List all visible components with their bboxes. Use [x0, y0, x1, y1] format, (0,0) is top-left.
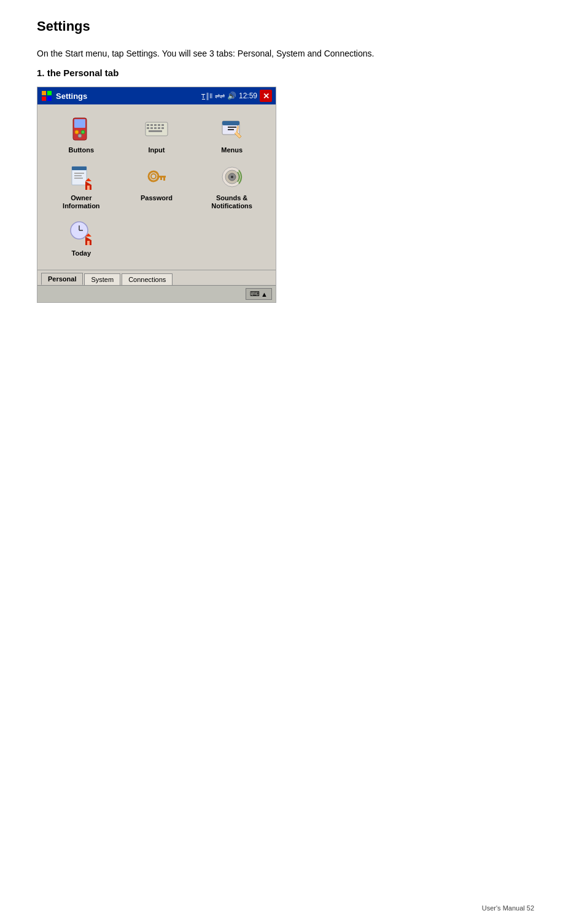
title-bar-icons: T̲║ll ⇌⇌ 🔊 12:59 ✕ [201, 90, 272, 102]
svg-rect-31 [87, 186, 90, 190]
keyboard-arrow: ▲ [261, 291, 268, 298]
owner-label: Owner Information [63, 194, 100, 210]
close-button[interactable]: ✕ [260, 90, 272, 102]
svg-rect-11 [150, 124, 153, 126]
input-label: Input [149, 146, 165, 154]
today-label: Today [72, 249, 91, 257]
menus-label: Menus [221, 146, 243, 154]
password-icon [142, 162, 171, 192]
password-item[interactable]: Password [119, 162, 195, 210]
device-screenshot: Settings T̲║ll ⇌⇌ 🔊 12:59 ✕ [37, 87, 276, 303]
title-bar-left: Settings [41, 90, 87, 101]
svg-rect-3 [47, 96, 52, 101]
menus-item[interactable]: Menus [194, 114, 270, 154]
page-container: Settings On the Start menu, tap Settings… [0, 0, 571, 924]
svg-rect-12 [154, 124, 157, 126]
svg-rect-0 [42, 91, 46, 95]
svg-rect-24 [228, 129, 234, 130]
today-item[interactable]: Today [44, 217, 119, 257]
svg-point-34 [151, 174, 156, 179]
input-icon [142, 114, 171, 144]
svg-point-8 [78, 134, 82, 138]
svg-rect-18 [158, 127, 160, 129]
svg-rect-14 [161, 124, 164, 126]
page-title: Settings [37, 18, 534, 34]
svg-rect-26 [72, 166, 87, 170]
volume-icon: 🔊 [227, 92, 236, 100]
time-display: 12:59 [239, 92, 257, 100]
keyboard-button[interactable]: ⌨ ▲ [246, 288, 272, 300]
svg-rect-17 [154, 127, 157, 129]
tab-connections[interactable]: Connections [122, 273, 173, 285]
owner-item[interactable]: Owner Information [44, 162, 119, 210]
tabs-bar: Personal System Connections [37, 270, 276, 285]
svg-rect-22 [222, 121, 239, 125]
close-icon: ✕ [263, 92, 270, 101]
svg-point-33 [149, 171, 158, 181]
intro-text: On the Start menu, tap Settings. You wil… [37, 47, 534, 60]
svg-rect-23 [228, 127, 236, 128]
svg-rect-2 [42, 96, 46, 101]
today-icon [66, 217, 96, 247]
svg-rect-1 [47, 91, 52, 95]
svg-rect-37 [160, 178, 162, 180]
svg-rect-19 [161, 127, 164, 129]
buttons-icon [66, 114, 96, 144]
input-item[interactable]: Input [119, 114, 195, 154]
svg-rect-35 [157, 176, 166, 178]
password-label: Password [141, 194, 173, 202]
footer-text: User's Manual 52 [482, 904, 534, 912]
svg-rect-13 [158, 124, 160, 126]
svg-point-41 [231, 176, 233, 178]
menus-icon [217, 114, 247, 144]
svg-point-7 [81, 130, 85, 134]
svg-point-6 [75, 130, 79, 134]
svg-rect-28 [74, 175, 82, 176]
icons-grid: Buttons [44, 114, 270, 257]
sync-icon: ⇌⇌ [215, 93, 225, 100]
title-bar: Settings T̲║ll ⇌⇌ 🔊 12:59 ✕ [37, 87, 276, 104]
svg-rect-10 [147, 124, 149, 126]
svg-rect-15 [147, 127, 149, 129]
svg-rect-20 [149, 130, 162, 132]
svg-rect-16 [150, 127, 153, 129]
sounds-item[interactable]: Sounds & Notifications [194, 162, 270, 210]
svg-rect-29 [74, 178, 83, 179]
taskbar: ⌨ ▲ [37, 285, 276, 302]
buttons-label: Buttons [69, 146, 95, 154]
tab-personal[interactable]: Personal [41, 273, 83, 285]
keyboard-icon: ⌨ [250, 290, 260, 298]
svg-rect-36 [163, 178, 165, 181]
svg-rect-5 [74, 119, 85, 128]
svg-rect-27 [74, 173, 84, 174]
buttons-item[interactable]: Buttons [44, 114, 119, 154]
windows-logo-icon [41, 90, 52, 101]
sounds-icon [217, 162, 247, 192]
signal-icon: T̲║ll [201, 93, 212, 100]
sounds-label: Sounds & Notifications [211, 194, 252, 210]
section-heading: 1. the Personal tab [37, 68, 534, 78]
title-bar-title: Settings [56, 92, 87, 101]
tab-system[interactable]: System [84, 273, 120, 285]
owner-icon [66, 162, 96, 192]
app-content: Buttons [37, 104, 276, 270]
svg-rect-46 [87, 241, 90, 245]
